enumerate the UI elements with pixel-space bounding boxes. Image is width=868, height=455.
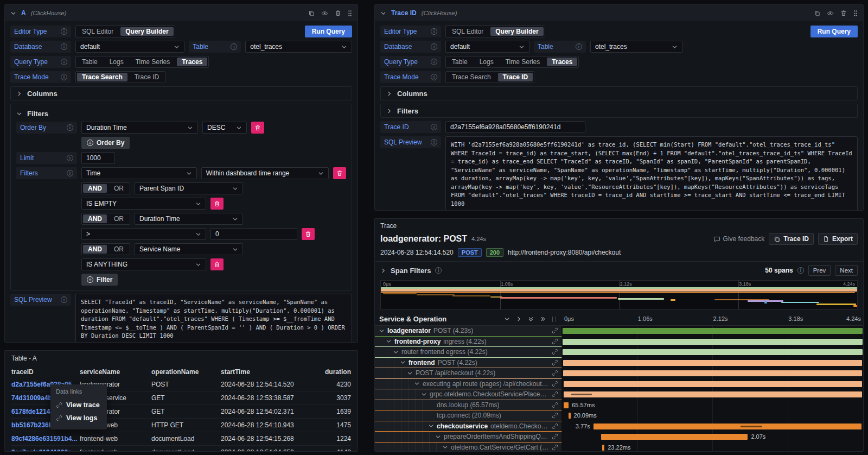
- condition-value-input[interactable]: [210, 228, 297, 240]
- column-header[interactable]: duration: [324, 368, 351, 376]
- hide-query-icon[interactable]: [827, 10, 834, 17]
- option-traces[interactable]: Traces: [177, 58, 207, 66]
- panel-header-trace-id[interactable]: Trace ID (ClickHouse): [375, 5, 863, 21]
- span-gantt[interactable]: 2.07s: [562, 432, 863, 443]
- span-bar[interactable]: [564, 381, 863, 387]
- span-name-cell[interactable]: grpc.oteldemo.CheckoutService/PlaceOrder…: [375, 389, 562, 400]
- chevron-down-icon[interactable]: [421, 391, 427, 397]
- info-icon[interactable]: [431, 74, 437, 80]
- condition-field-select[interactable]: Service Name: [135, 243, 243, 255]
- info-icon[interactable]: [61, 296, 67, 303]
- info-icon[interactable]: [67, 155, 73, 161]
- link-icon[interactable]: [552, 423, 561, 429]
- info-icon[interactable]: [61, 28, 67, 35]
- remove-order-by-button[interactable]: [251, 122, 264, 134]
- column-header[interactable]: traceID: [11, 368, 80, 376]
- chevron-down-icon[interactable]: [442, 444, 448, 450]
- info-icon[interactable]: [61, 43, 67, 50]
- option-or[interactable]: OR: [108, 183, 130, 194]
- duplicate-query-icon[interactable]: [814, 10, 820, 16]
- option-logs[interactable]: Logs: [474, 56, 500, 67]
- database-select[interactable]: default: [75, 41, 184, 53]
- remove-condition-button[interactable]: [302, 228, 315, 240]
- chevron-down-icon[interactable]: [414, 381, 420, 387]
- chevron-right-icon[interactable]: [380, 268, 386, 274]
- link-icon[interactable]: [552, 433, 561, 440]
- info-icon[interactable]: [231, 43, 237, 50]
- span-filters-toggle[interactable]: Span Filters: [391, 267, 431, 275]
- add-order-by-button[interactable]: Order By: [81, 137, 130, 149]
- option-logs[interactable]: Logs: [104, 56, 130, 67]
- table-select[interactable]: otel_traces: [590, 41, 682, 53]
- option-and[interactable]: AND: [83, 214, 107, 223]
- order-by-direction-select[interactable]: DESC: [202, 122, 247, 134]
- chevron-down-icon[interactable]: [379, 328, 385, 334]
- span-name-cell[interactable]: executing api route (pages) /api/checkou…: [375, 379, 562, 390]
- option-trace-search[interactable]: Trace Search: [77, 73, 127, 81]
- delete-query-icon[interactable]: [840, 10, 847, 16]
- collapse-panel-icon[interactable]: [380, 10, 386, 16]
- info-icon[interactable]: [431, 43, 437, 50]
- condition-operator-select[interactable]: IS ANYTHING: [81, 258, 206, 270]
- span-gantt[interactable]: [562, 326, 863, 337]
- view-logs-link[interactable]: View logs: [56, 412, 101, 425]
- link-icon[interactable]: [552, 370, 561, 376]
- link-icon[interactable]: [552, 391, 561, 397]
- span-name-cell[interactable]: checkoutserviceoteldemo.CheckoutService/…: [375, 421, 562, 432]
- info-icon[interactable]: [431, 124, 437, 130]
- trace-id-link[interactable]: 3cc7acfc01941006c...: [11, 448, 80, 451]
- chevron-down-icon[interactable]: [400, 359, 406, 365]
- trace-id-input[interactable]: [445, 121, 585, 133]
- option-trace-search[interactable]: Trace Search: [446, 72, 497, 83]
- span-name-cell[interactable]: router frontend egress (4.22s): [375, 347, 562, 358]
- chevron-down-icon[interactable]: [407, 370, 413, 376]
- column-header[interactable]: startTime: [221, 368, 324, 376]
- chevron-down-icon[interactable]: [435, 434, 441, 440]
- columns-section-toggle[interactable]: Columns: [380, 86, 858, 100]
- option-or[interactable]: OR: [108, 213, 130, 224]
- delete-query-icon[interactable]: [335, 10, 341, 16]
- span-bar[interactable]: [563, 360, 863, 366]
- span-name-cell[interactable]: frontend-proxyingress (4.22s): [375, 337, 562, 347]
- span-name-cell[interactable]: frontendPOST (4.22s): [375, 358, 562, 369]
- span-bar[interactable]: [563, 328, 863, 334]
- span-name-cell[interactable]: prepareOrderItemsAndShippingQuoteFromCar…: [375, 432, 562, 443]
- run-query-button[interactable]: Run Query: [305, 26, 352, 37]
- info-icon[interactable]: [797, 267, 804, 274]
- expand-all-icon[interactable]: [540, 316, 546, 322]
- option-time-series[interactable]: Time Series: [130, 56, 176, 67]
- link-icon[interactable]: [552, 338, 561, 345]
- span-gantt[interactable]: [562, 379, 863, 390]
- remove-filter-button[interactable]: [333, 167, 346, 179]
- option-or[interactable]: OR: [108, 244, 130, 255]
- span-gantt[interactable]: [562, 347, 863, 358]
- span-bar[interactable]: [564, 391, 863, 397]
- columns-section-toggle[interactable]: Columns: [10, 86, 352, 100]
- option-traces[interactable]: Traces: [547, 58, 577, 66]
- column-header[interactable]: serviceName: [80, 368, 151, 376]
- span-name-cell[interactable]: POST /api/checkout (4.22s): [375, 368, 562, 379]
- option-table[interactable]: Table: [446, 56, 474, 67]
- remove-condition-button[interactable]: [210, 198, 224, 210]
- trace-id-link[interactable]: 89cf4286e631591b4...: [11, 435, 80, 443]
- give-feedback-link[interactable]: Give feedback: [713, 235, 765, 243]
- span-name-cell[interactable]: oteldemo.CartService/GetCart (23.22ms): [375, 443, 562, 452]
- link-icon[interactable]: [552, 349, 561, 355]
- option-and[interactable]: AND: [83, 245, 107, 254]
- info-icon[interactable]: [67, 124, 73, 131]
- drag-handle-icon[interactable]: [853, 10, 858, 17]
- span-gantt[interactable]: 23.22ms: [562, 443, 863, 452]
- span-name-cell[interactable]: loadgeneratorPOST (4.23s): [375, 326, 562, 337]
- collapse-all-icon[interactable]: [528, 316, 534, 322]
- order-by-field-select[interactable]: Duration Time: [81, 122, 198, 134]
- option-query-builder[interactable]: Query Builder: [120, 27, 173, 36]
- hide-query-icon[interactable]: [321, 10, 328, 17]
- link-icon[interactable]: [552, 402, 561, 408]
- trace-minimap[interactable]: 0μs 1.06s 2.12s 3.18s 4.24s: [380, 280, 858, 309]
- option-and[interactable]: AND: [83, 184, 107, 193]
- filters-section-toggle[interactable]: Filters: [380, 104, 858, 118]
- span-bar[interactable]: [601, 434, 748, 440]
- table-select[interactable]: otel_traces: [245, 41, 352, 53]
- condition-field-select[interactable]: Parent Span ID: [135, 182, 243, 194]
- option-sql-editor[interactable]: SQL Editor: [446, 26, 489, 37]
